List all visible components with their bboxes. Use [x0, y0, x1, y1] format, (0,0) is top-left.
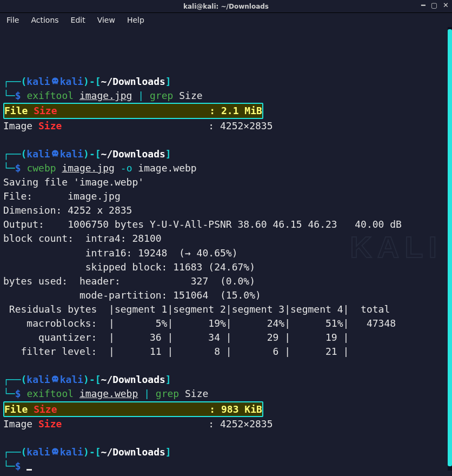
- prompt-host-4: kali: [60, 446, 83, 458]
- prompt-cwd-3: ~/Downloads: [101, 374, 165, 385]
- scrollbar[interactable]: [448, 27, 452, 471]
- prompt-l4-4: └─: [3, 460, 15, 472]
- out1-spacer: [57, 105, 210, 116]
- prompt-sep-2: )-[: [83, 148, 101, 160]
- filesize-highlight: File Size : 2.1 MiB: [3, 103, 263, 118]
- prompt-end-2: ]: [165, 148, 171, 160]
- menu-view[interactable]: View: [97, 16, 115, 24]
- prompt-dollar-2: $: [15, 162, 21, 174]
- out1-imgsizelbl: Size: [38, 120, 62, 131]
- close-icon[interactable]: ✕: [443, 1, 449, 9]
- cwebp-l4: Output: 1006750 bytes Y-U-V-All-PSNR 38.…: [3, 219, 402, 230]
- prompt-sep: )-[: [83, 76, 101, 87]
- cmd1-greparg: Size: [179, 90, 202, 101]
- prompt-user: kali: [26, 76, 50, 87]
- window-controls: ━ ▢ ✕: [421, 1, 449, 9]
- prompt-host: kali: [60, 76, 83, 87]
- skull-icon: [50, 447, 60, 457]
- out1-val: : 2.1 MiB: [209, 105, 262, 116]
- out1-sizelbl: Size: [34, 105, 57, 116]
- prompt-sep-4: )-[: [83, 446, 101, 458]
- cwebp-l11: macroblocks: | 5%| 19%| 24%| 51%| 47348: [3, 318, 396, 329]
- prompt-dollar: $: [15, 90, 21, 101]
- prompt-l4-2: └─: [3, 162, 15, 174]
- prompt-l1-2: ┌──(: [3, 148, 26, 160]
- cmd2-flag: -o: [121, 162, 132, 174]
- cmd3-cmd: exiftool: [26, 388, 74, 399]
- cmd1-cmd: exiftool: [26, 90, 74, 101]
- out3-imgsizelbl: Size: [38, 418, 62, 429]
- out3-imgval: : 4252×2835: [208, 418, 272, 429]
- prompt-dollar-4: $: [15, 460, 21, 472]
- cmd3-pipe: |: [144, 388, 150, 399]
- scrollbar-thumb[interactable]: [448, 29, 452, 466]
- cmd2-cmd: cwebp: [26, 162, 56, 174]
- cmd3-grep: grep: [156, 388, 179, 399]
- prompt-l1-3: ┌──(: [3, 374, 26, 385]
- out1-filelbl: File: [4, 105, 34, 116]
- cwebp-l7: skipped block: 11683 (24.67%): [3, 261, 255, 273]
- prompt-cwd: ~/Downloads: [101, 76, 165, 87]
- skull-icon: [50, 149, 60, 159]
- maximize-icon[interactable]: ▢: [431, 1, 437, 9]
- cwebp-l1: Saving file 'image.webp': [3, 176, 144, 188]
- cwebp-l3: Dimension: 4252 x 2835: [3, 204, 132, 216]
- prompt-end: ]: [165, 76, 171, 87]
- skull-icon: [50, 375, 60, 385]
- cwebp-l8: bytes used: header: 327 (0.0%): [3, 275, 255, 287]
- window-title: kali@kali: ~/Downloads: [183, 3, 269, 10]
- cmd1-pipe: |: [138, 90, 144, 101]
- cmd3-arg: image.webp: [79, 388, 138, 399]
- cwebp-l6: intra16: 19248 (→ 40.65%): [3, 247, 237, 259]
- cwebp-l5: block count: intra4: 28100: [3, 233, 162, 244]
- cursor: [26, 469, 32, 471]
- out1-imgval: : 4252×2835: [208, 120, 272, 131]
- out3-imgspacer: [62, 418, 208, 429]
- prompt-host-2: kali: [60, 148, 83, 160]
- out3-imglbl: Image: [3, 418, 38, 429]
- skull-icon: [50, 77, 60, 87]
- prompt-end-4: ]: [165, 446, 171, 458]
- menu-edit[interactable]: Edit: [71, 16, 85, 24]
- terminal-line: ┌──(kalikali)-[~/Downloads] └─$ exiftool…: [3, 61, 449, 473]
- menu-file[interactable]: File: [6, 16, 19, 24]
- out3-val: : 983 KiB: [209, 404, 262, 415]
- out3-filelbl: File: [4, 404, 34, 415]
- titlebar: kali@kali: ~/Downloads ━ ▢ ✕: [0, 0, 452, 13]
- cwebp-l2: File: image.jpg: [3, 190, 121, 202]
- cmd2-arg: image.jpg: [62, 162, 115, 174]
- out1-imgspacer: [62, 120, 208, 131]
- cwebp-l9: mode-partition: 151064 (15.0%): [3, 289, 261, 301]
- menu-help[interactable]: Help: [127, 16, 144, 24]
- prompt-user-2: kali: [26, 148, 50, 160]
- prompt-end-3: ]: [165, 374, 171, 385]
- cmd1-grep: grep: [150, 90, 173, 101]
- prompt-l1-4: ┌──(: [3, 446, 26, 458]
- terminal[interactable]: KALI ┌──(kalikali)-[~/Downloads] └─$ exi…: [0, 27, 452, 474]
- cwebp-l13: filter level: | 11 | 8 | 6 | 21 |: [3, 346, 349, 357]
- prompt-host-3: kali: [60, 374, 83, 385]
- filesize-highlight-2: File Size : 983 KiB: [3, 401, 263, 417]
- cmd2-out: image.webp: [138, 162, 196, 174]
- prompt-sep-3: )-[: [83, 374, 101, 385]
- out1-imglbl: Image: [3, 120, 38, 131]
- prompt-l1: ┌──(: [3, 76, 26, 87]
- prompt-l4-3: └─: [3, 388, 15, 399]
- cmd1-arg: image.jpg: [79, 90, 132, 101]
- cwebp-l10: Residuals bytes |segment 1|segment 2|seg…: [3, 303, 390, 315]
- prompt-user-3: kali: [26, 374, 50, 385]
- prompt-cwd-4: ~/Downloads: [101, 446, 165, 458]
- out3-spacer: [57, 404, 210, 415]
- prompt-l4: └─: [3, 90, 15, 101]
- out3-sizelbl: Size: [34, 404, 57, 415]
- minimize-icon[interactable]: ━: [421, 1, 426, 9]
- prompt-cwd-2: ~/Downloads: [101, 148, 165, 160]
- menu-actions[interactable]: Actions: [31, 16, 58, 24]
- cwebp-l12: quantizer: | 36 | 34 | 29 | 19 |: [3, 332, 349, 343]
- cmd3-greparg: Size: [185, 388, 208, 399]
- prompt-dollar-3: $: [15, 388, 21, 399]
- menubar: File Actions Edit View Help: [0, 13, 452, 27]
- prompt-user-4: kali: [26, 446, 50, 458]
